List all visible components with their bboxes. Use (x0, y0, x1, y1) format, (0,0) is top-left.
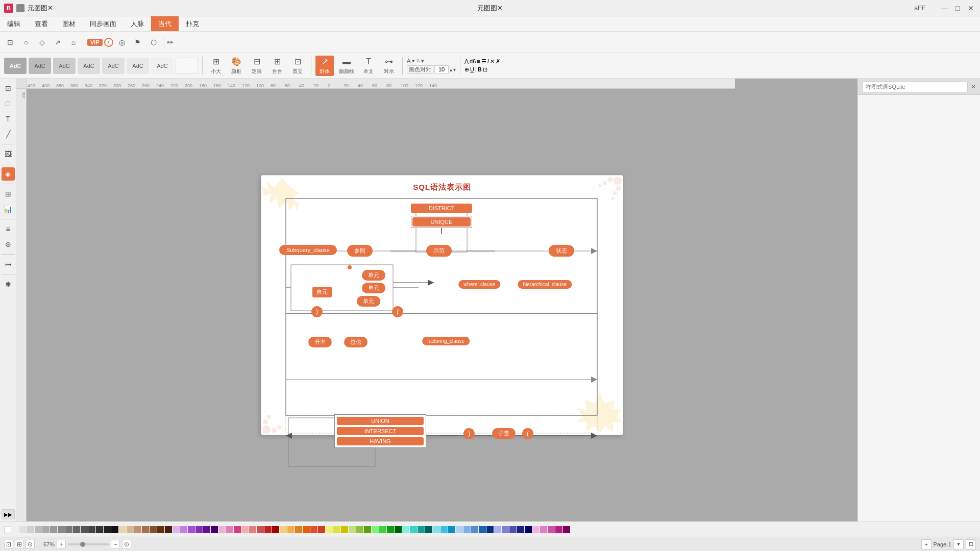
italic-text-icon[interactable]: I (487, 58, 489, 65)
tool-expand[interactable]: ▶▶ (167, 40, 174, 44)
color-teal1[interactable] (402, 526, 409, 533)
b-icon[interactable]: B (478, 66, 482, 73)
zoom-slider[interactable] (68, 543, 109, 545)
sidebar-image[interactable]: 🖼 (2, 147, 15, 161)
compass-btn[interactable]: ⊙ (26, 540, 35, 549)
color-cyan1[interactable] (433, 526, 440, 533)
font-size-up[interactable]: ▴ (450, 67, 452, 72)
vip-btn[interactable]: VIP (87, 39, 103, 46)
color-teal2[interactable] (410, 526, 417, 533)
color-pink2[interactable] (226, 526, 233, 533)
strikethrough-icon[interactable]: ✕ (490, 58, 495, 65)
color-orange4[interactable] (303, 526, 310, 533)
color-red3[interactable] (257, 526, 264, 533)
color-orange2[interactable] (287, 526, 295, 533)
color-gy2[interactable] (356, 526, 363, 533)
color-purple3[interactable] (188, 526, 195, 533)
right-panel-search[interactable] (862, 81, 968, 92)
color-blue2[interactable] (463, 526, 471, 533)
swatch-6[interactable]: AdC (127, 58, 149, 74)
canvas-area[interactable]: 420 400 380 360 340 320 300 280 260 240 … (16, 79, 857, 521)
color-green1[interactable] (372, 526, 379, 533)
sidebar-list[interactable]: ≡ (2, 222, 15, 236)
color-orange5[interactable] (310, 526, 317, 533)
sidebar-shape[interactable]: □ (2, 97, 15, 110)
color-pink1[interactable] (218, 526, 226, 533)
color-lgray3[interactable] (27, 526, 34, 533)
page-dropdown-btn[interactable]: ▾ (953, 539, 964, 549)
fit-view-btn[interactable]: ⊡ (4, 540, 13, 549)
tool-target[interactable]: ◎ (115, 35, 129, 49)
canvas-content[interactable]: SQL语法表示图 DISTRICT UNIQUE 状态 示范 (27, 89, 857, 521)
sidebar-diagram[interactable]: ◈ (2, 167, 15, 181)
color-white[interactable] (4, 526, 11, 533)
special-icon[interactable]: ⊕ (464, 66, 469, 73)
color-teal3[interactable] (418, 526, 425, 533)
small-a-icon[interactable]: d6 (470, 58, 476, 65)
color-cyan3[interactable] (448, 526, 455, 533)
cross-icon[interactable]: ✗ (496, 58, 500, 65)
color-gray8[interactable] (88, 526, 95, 533)
swatch-8[interactable] (176, 58, 198, 74)
color-purple4[interactable] (195, 526, 203, 533)
color-dblue3[interactable] (509, 526, 517, 533)
color-cyan2[interactable] (440, 526, 448, 533)
bold-icon[interactable]: A (464, 58, 469, 65)
swatch-3[interactable]: AdC (53, 58, 76, 74)
color-orange3[interactable] (295, 526, 302, 533)
font-size-input[interactable] (434, 65, 449, 73)
color-dblue5[interactable] (525, 526, 532, 533)
font-size-down[interactable]: ▾ (453, 67, 456, 72)
color-pr5[interactable] (563, 526, 570, 533)
color-pr1[interactable] (532, 526, 540, 533)
font-a-small[interactable]: A (416, 58, 420, 63)
menu-edit[interactable]: 编辑 (0, 16, 28, 31)
color-yellow2[interactable] (333, 526, 340, 533)
sidebar-line[interactable]: ╱ (2, 128, 15, 141)
color-gray5[interactable] (65, 526, 72, 533)
close-btn[interactable]: ✕ (966, 4, 976, 12)
tool-home[interactable]: ⌂ (66, 35, 81, 49)
pipe-icon[interactable]: | (475, 66, 477, 73)
menu-current[interactable]: 当代 (151, 16, 179, 31)
fullscreen-btn[interactable]: ⊞ (15, 540, 24, 549)
swatch-5[interactable]: AdC (102, 58, 125, 74)
swatch-1[interactable]: AdC (4, 58, 27, 74)
zoom-in-btn[interactable]: + (57, 540, 66, 549)
style-size[interactable]: ⊞ 小大 (207, 56, 225, 76)
tool-arrow[interactable]: ↗ (51, 35, 65, 49)
color-gy1[interactable] (349, 526, 356, 533)
color-pr2[interactable] (540, 526, 547, 533)
menu-contacts[interactable]: 人脉 (124, 16, 151, 31)
font-a-large[interactable]: A (407, 58, 410, 64)
color-blue5[interactable] (486, 526, 494, 533)
color-purple1[interactable] (173, 526, 180, 533)
sidebar-chart[interactable]: 📊 (2, 203, 15, 216)
color-brown4[interactable] (165, 526, 172, 533)
color-gray1[interactable] (35, 526, 42, 533)
list-icon[interactable]: ☰ (481, 58, 486, 65)
sidebar-text[interactable]: T (2, 112, 15, 126)
color-red2[interactable] (249, 526, 256, 533)
color-black[interactable] (104, 526, 111, 533)
border-icon[interactable]: ⊡ (483, 66, 487, 73)
minimize-btn[interactable]: — (939, 4, 949, 12)
color-purple6[interactable] (211, 526, 218, 533)
align-left-icon[interactable]: ≡ (477, 58, 480, 65)
sidebar-plugin[interactable]: ✱ (2, 278, 15, 291)
color-teal4[interactable] (425, 526, 432, 533)
tool-shape[interactable]: ◇ (35, 35, 49, 49)
right-panel-close[interactable]: ✕ (971, 83, 976, 90)
font-family-btn[interactable]: 黑色对对 (407, 65, 433, 74)
color-pr3[interactable] (548, 526, 555, 533)
menu-view[interactable]: 查看 (28, 16, 55, 31)
style-italic[interactable]: ↗ 斜体 (315, 56, 334, 76)
tool-hexagon[interactable]: ⬡ (146, 35, 161, 49)
color-yellow3[interactable] (341, 526, 348, 533)
style-color-line[interactable]: ▬ 颜颜线 (336, 56, 357, 76)
color-lgray1[interactable] (12, 526, 19, 533)
color-blue1[interactable] (456, 526, 463, 533)
swatch-4[interactable]: AdC (78, 58, 100, 74)
color-gray2[interactable] (42, 526, 50, 533)
color-warm3[interactable] (134, 526, 141, 533)
